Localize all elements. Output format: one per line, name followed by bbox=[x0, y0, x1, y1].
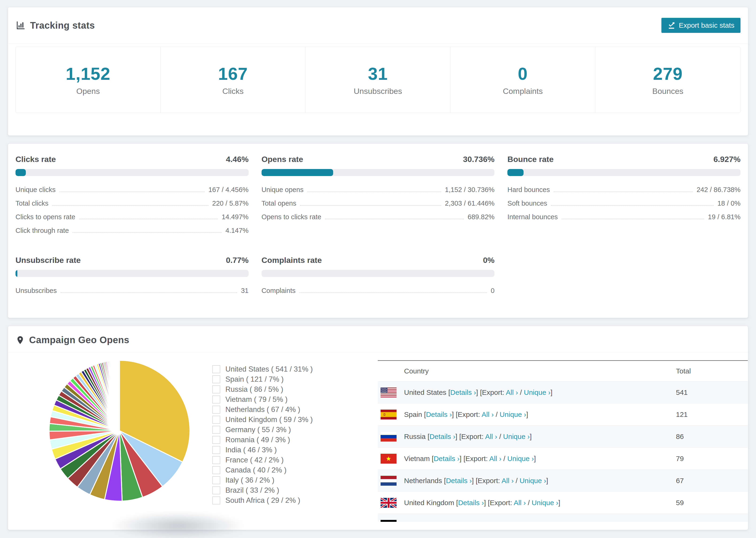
export-all-link[interactable]: All › bbox=[493, 521, 505, 522]
rate-detail-label: Unsubscribes bbox=[16, 287, 57, 295]
export-all-link[interactable]: All › bbox=[485, 433, 497, 440]
rate-detail-row: Total clicks 220 / 5.87% bbox=[16, 199, 249, 213]
rate-detail-row: Internal bounces 19 / 6.81% bbox=[507, 213, 740, 227]
export-all-link[interactable]: All › bbox=[482, 410, 494, 418]
country-flag-icon bbox=[381, 476, 397, 486]
details-link[interactable]: Details › bbox=[426, 410, 452, 418]
details-link[interactable]: Details › bbox=[446, 477, 472, 484]
stat-label: Opens bbox=[76, 86, 100, 96]
dotted-leader bbox=[61, 293, 237, 293]
export-all-link[interactable]: All › bbox=[489, 455, 502, 462]
details-link[interactable]: Details › bbox=[429, 433, 455, 440]
legend-swatch bbox=[212, 466, 220, 474]
export-label: [Export: bbox=[476, 477, 502, 484]
rate-value: 4.46% bbox=[226, 154, 248, 164]
export-unique-link[interactable]: Unique › bbox=[507, 455, 534, 462]
stat-label: Complaints bbox=[503, 86, 543, 96]
export-basic-stats-button[interactable]: Export basic stats bbox=[661, 18, 740, 33]
rate-detail-value: 220 / 5.87% bbox=[212, 199, 249, 207]
geo-pie-chart bbox=[44, 355, 195, 506]
export-unique-link[interactable]: Unique › bbox=[519, 477, 546, 484]
rate-value: 0% bbox=[483, 255, 495, 265]
dotted-leader bbox=[59, 191, 205, 192]
rate-detail-value: 18 / 0% bbox=[718, 199, 740, 207]
dotted-leader bbox=[79, 219, 218, 219]
country-column-header: Country bbox=[404, 367, 429, 375]
legend-swatch bbox=[212, 436, 220, 444]
geo-table-rows: United States [Details ›] [Export: All ›… bbox=[378, 381, 748, 522]
stat-value: 167 bbox=[218, 64, 248, 84]
export-all-link[interactable]: All › bbox=[506, 389, 518, 396]
legend-item: France ( 42 / 2% ) bbox=[212, 455, 378, 465]
legend-label: India ( 46 / 3% ) bbox=[225, 446, 277, 454]
legend-item: Spain ( 121 / 7% ) bbox=[212, 374, 378, 384]
progress-bar-fill bbox=[261, 169, 333, 176]
legend-item: United States ( 541 / 31% ) bbox=[212, 364, 378, 374]
rate-detail-row: Complaints 0 bbox=[261, 287, 495, 300]
country-cell: United Kingdom [Details ›] [Export: All … bbox=[404, 499, 560, 507]
dotted-leader bbox=[299, 293, 487, 293]
dotted-leader bbox=[562, 219, 704, 219]
rate-detail-value: 242 / 86.738% bbox=[697, 186, 740, 194]
legend-item: Brazil ( 33 / 2% ) bbox=[212, 485, 378, 495]
export-unique-link[interactable]: Unique › bbox=[503, 433, 530, 440]
legend-item: Russia ( 86 / 5% ) bbox=[212, 384, 378, 394]
export-label: [Export: bbox=[463, 455, 489, 462]
rate-detail-value: 689.82% bbox=[468, 213, 495, 221]
total-cell: 59 bbox=[676, 499, 684, 507]
details-link[interactable]: Details › bbox=[450, 389, 476, 396]
export-all-link[interactable]: All › bbox=[502, 477, 514, 484]
stat-cell: 1,152 Opens bbox=[16, 47, 161, 113]
legend-item: Germany ( 55 / 3% ) bbox=[212, 425, 378, 435]
legend-label: United States ( 541 / 31% ) bbox=[225, 365, 313, 373]
country-cell: Spain [Details ›] [Export: All › / Uniqu… bbox=[404, 410, 528, 418]
rate-head: Clicks rate 4.46% bbox=[16, 154, 249, 164]
stat-label: Unsubscribes bbox=[354, 86, 402, 96]
geo-table-row: Vietnam [Details ›] [Export: All › / Uni… bbox=[378, 447, 748, 469]
country-cell: Russia [Details ›] [Export: All › / Uniq… bbox=[404, 433, 532, 441]
tracking-stats-title: Tracking stats bbox=[30, 20, 95, 31]
rate-detail-label: Unique clicks bbox=[16, 186, 56, 194]
stat-cell: 167 Clicks bbox=[161, 47, 305, 113]
rate-value: 6.927% bbox=[714, 154, 740, 164]
rate-title: Complaints rate bbox=[261, 255, 322, 265]
legend-item: Italy ( 36 / 2% ) bbox=[212, 475, 378, 485]
rate-detail-value: 19 / 6.81% bbox=[708, 213, 740, 221]
geo-title: Campaign Geo Opens bbox=[29, 335, 129, 345]
rate-detail-value: 0 bbox=[491, 287, 495, 295]
dotted-leader bbox=[551, 205, 714, 206]
stats-summary-row: 1,152 Opens 167 Clicks 31 Unsubscribes 0… bbox=[16, 47, 740, 113]
legend-item: Vietnam ( 79 / 5% ) bbox=[212, 394, 378, 404]
dashboard-page: Tracking stats Export basic stats 1,152 … bbox=[0, 0, 756, 538]
bar-chart-icon bbox=[16, 20, 26, 30]
export-all-link[interactable]: All › bbox=[514, 499, 526, 507]
geo-legend: United States ( 541 / 31% ) Spain ( 121 … bbox=[212, 352, 378, 522]
legend-item: Romania ( 49 / 3% ) bbox=[212, 435, 378, 445]
export-button-label: Export basic stats bbox=[679, 21, 734, 29]
export-unique-link[interactable]: Unique › bbox=[511, 521, 537, 522]
legend-swatch bbox=[212, 446, 220, 454]
rate-head: Opens rate 30.736% bbox=[261, 154, 495, 164]
legend-label: United Kingdom ( 59 / 3% ) bbox=[225, 415, 313, 424]
dotted-leader bbox=[554, 191, 693, 192]
pie-slice[interactable] bbox=[119, 360, 120, 431]
stat-value: 0 bbox=[518, 64, 528, 84]
progress-bar bbox=[261, 270, 495, 277]
progress-bar-fill bbox=[16, 270, 17, 277]
rate-detail-list: Unique opens 1,152 / 30.736% Total opens… bbox=[261, 186, 495, 227]
progress-bar bbox=[507, 169, 740, 176]
campaign-geo-opens-card: Campaign Geo Opens United States ( 541 /… bbox=[8, 326, 748, 530]
details-link[interactable]: Details › bbox=[458, 499, 484, 507]
details-link[interactable]: Details › bbox=[434, 455, 459, 462]
stat-cell: 279 Bounces bbox=[595, 47, 740, 113]
rate-title: Unsubscribe rate bbox=[16, 255, 81, 265]
rate-detail-label: Total opens bbox=[261, 199, 296, 207]
export-unique-link[interactable]: Unique › bbox=[500, 410, 526, 418]
legend-label: South Africa ( 29 / 2% ) bbox=[225, 496, 300, 505]
export-unique-link[interactable]: Unique › bbox=[532, 499, 558, 507]
legend-label: Vietnam ( 79 / 5% ) bbox=[225, 395, 288, 404]
legend-swatch bbox=[212, 365, 220, 373]
export-label: [Export: bbox=[488, 499, 514, 507]
export-unique-link[interactable]: Unique › bbox=[524, 389, 550, 396]
details-link[interactable]: Details › bbox=[437, 521, 463, 522]
